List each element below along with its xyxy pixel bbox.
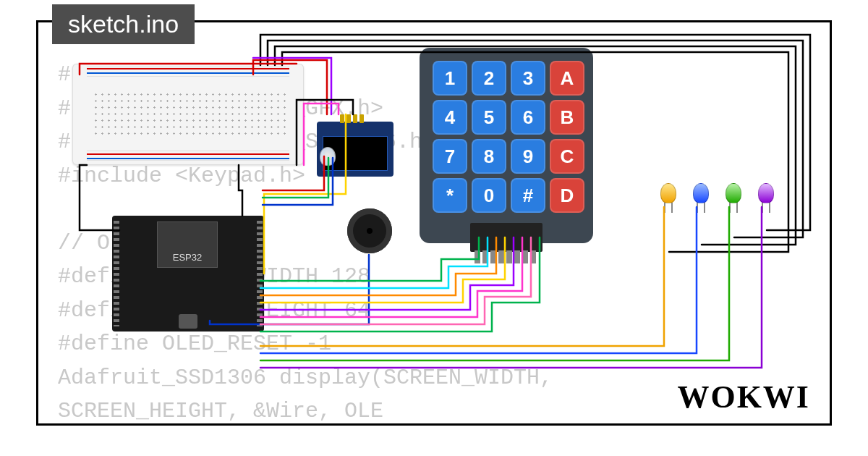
breadboard [72,64,304,165]
keypad-key-c[interactable]: C [550,139,584,174]
keypad-key-5[interactable]: 5 [472,100,506,135]
keypad-key-2[interactable]: 2 [472,61,506,96]
wokwi-logo: WOKWI [677,379,810,415]
keypad-key-1[interactable]: 1 [433,61,467,96]
circuit-diagram: ESP32 123A456B789C*0#D WOKWI [36,20,832,426]
keypad-key-b[interactable]: B [550,100,584,135]
led-green [726,183,741,203]
led-purple [758,183,774,203]
keypad-key-6[interactable]: 6 [511,100,545,135]
keypad-key-#[interactable]: # [511,178,545,213]
keypad-key-4[interactable]: 4 [433,100,467,135]
file-tab[interactable]: sketch.ino [52,4,195,44]
led-yellow [660,183,676,203]
led-blue [693,183,709,203]
keypad-key-3[interactable]: 3 [511,61,545,96]
keypad-key-9[interactable]: 9 [511,139,545,174]
keypad-4x4: 123A456B789C*0#D [420,48,593,243]
filename-label: sketch.ino [68,10,179,38]
keypad-key-7[interactable]: 7 [433,139,467,174]
keypad-key-d[interactable]: D [550,178,584,213]
keypad-key-0[interactable]: 0 [472,178,506,213]
buzzer [347,208,392,253]
keypad-key-*[interactable]: * [433,178,467,213]
mcu-label: ESP32 [157,221,218,268]
rgb-led [320,147,336,166]
keypad-key-a[interactable]: A [550,61,584,96]
esp32-board: ESP32 [112,216,264,332]
keypad-key-8[interactable]: 8 [472,139,506,174]
